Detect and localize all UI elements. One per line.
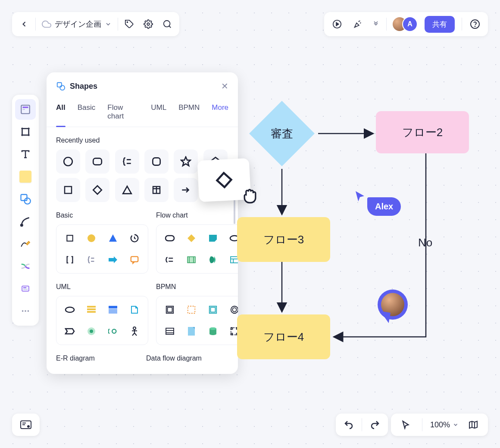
uml-provided[interactable] <box>104 322 122 340</box>
basic-brackets[interactable] <box>61 251 79 269</box>
svg-marker-57 <box>188 234 195 242</box>
flowchart-node-decision[interactable]: 審査 <box>246 97 318 170</box>
tool-shapes[interactable] <box>15 189 36 209</box>
bpmn-task[interactable] <box>161 301 179 319</box>
svg-rect-83 <box>168 308 172 312</box>
flow-data[interactable] <box>182 251 200 269</box>
svg-rect-24 <box>21 195 27 201</box>
basic-brace[interactable] <box>82 251 100 269</box>
more-actions-button[interactable] <box>369 15 383 34</box>
bpmn-pool[interactable] <box>161 322 179 340</box>
collaborator-avatar-pin[interactable] <box>378 289 408 320</box>
flowchart-node-flow2[interactable]: フロー2 <box>376 111 469 153</box>
pointer-mode-button[interactable] <box>397 416 414 433</box>
uml-note[interactable] <box>82 301 100 319</box>
search-button[interactable] <box>158 15 177 34</box>
svg-rect-69 <box>87 308 96 310</box>
tool-sticky-note[interactable] <box>15 166 36 187</box>
zoom-dropdown[interactable]: 100% <box>430 420 459 429</box>
shape-arrow[interactable] <box>174 178 198 202</box>
tab-basic[interactable]: Basic <box>78 99 96 127</box>
node-diamond-label: 審査 <box>271 126 293 141</box>
undo-button[interactable] <box>340 416 357 433</box>
topbar-left: デザイン企画 <box>12 12 179 36</box>
svg-point-100 <box>28 426 29 427</box>
basic-progress[interactable] <box>125 229 144 247</box>
shapes-scrollbar[interactable] <box>234 197 235 224</box>
shape-diamond[interactable] <box>85 178 109 202</box>
flow-list[interactable] <box>161 251 179 269</box>
tool-frame[interactable] <box>15 121 36 142</box>
minimap-toggle[interactable] <box>12 414 40 436</box>
basic-circle-fill[interactable] <box>82 229 100 247</box>
uml-file[interactable] <box>125 301 144 319</box>
flow-lens[interactable] <box>204 251 222 269</box>
svg-point-3 <box>127 22 128 23</box>
svg-rect-55 <box>131 257 138 262</box>
bpmn-end[interactable] <box>225 301 238 319</box>
svg-line-9 <box>359 21 359 22</box>
shape-circle[interactable] <box>56 149 80 174</box>
bpmn-group[interactable] <box>225 322 238 340</box>
celebrate-button[interactable] <box>348 15 367 34</box>
svg-point-67 <box>66 307 74 312</box>
svg-rect-42 <box>65 187 72 193</box>
present-button[interactable] <box>328 15 347 34</box>
shape-triangle[interactable] <box>115 178 139 202</box>
svg-line-6 <box>169 26 171 28</box>
flow-ellipse[interactable] <box>225 229 238 247</box>
tab-all[interactable]: All <box>56 99 66 127</box>
settings-button[interactable] <box>139 15 158 34</box>
uml-tag[interactable] <box>61 322 79 340</box>
bpmn-transaction[interactable] <box>204 301 222 319</box>
basic-speech[interactable] <box>125 251 144 269</box>
back-button[interactable] <box>15 15 34 34</box>
help-button[interactable] <box>466 15 484 34</box>
bpmn-event-dashed[interactable] <box>182 301 200 319</box>
tool-connector[interactable] <box>15 211 36 232</box>
user-avatar-initial[interactable]: A <box>402 16 418 32</box>
tab-bpmn[interactable]: BPMN <box>178 99 200 127</box>
flow-flag[interactable] <box>204 229 222 247</box>
svg-rect-99 <box>21 421 31 429</box>
svg-point-88 <box>232 308 236 311</box>
basic-arrow-fill[interactable] <box>104 251 122 269</box>
tool-template[interactable] <box>15 99 36 120</box>
flowchart-node-flow3[interactable]: フロー3 <box>237 217 330 262</box>
tag-button[interactable] <box>120 15 139 34</box>
bpmn-datastore[interactable] <box>204 322 222 340</box>
flow-terminator[interactable] <box>161 229 179 247</box>
uml-usecase[interactable] <box>61 301 79 319</box>
flowchart-node-flow4[interactable]: フロー4 <box>237 314 330 359</box>
shape-square[interactable] <box>56 178 80 202</box>
shape-rounded-rect[interactable] <box>85 149 109 174</box>
tool-more[interactable] <box>15 301 36 321</box>
zoom-bar: 100% <box>391 414 488 436</box>
uml-actor[interactable] <box>125 322 144 340</box>
flow-layout[interactable] <box>225 251 238 269</box>
tab-more[interactable]: More <box>212 99 228 127</box>
uml-header[interactable] <box>104 301 122 319</box>
tools-sidebar <box>12 95 39 326</box>
shape-star[interactable] <box>174 149 198 174</box>
basic-triangle-fill[interactable] <box>104 229 122 247</box>
bpmn-doc[interactable] <box>182 322 200 340</box>
tool-card[interactable] <box>15 278 36 299</box>
shape-table[interactable] <box>144 178 169 202</box>
basic-square[interactable] <box>61 229 79 247</box>
tab-uml[interactable]: UML <box>151 99 166 127</box>
document-title-dropdown[interactable]: デザイン企画 <box>38 19 116 29</box>
tool-mindmap[interactable] <box>15 256 36 277</box>
uml-target[interactable] <box>82 322 100 340</box>
map-view-button[interactable] <box>465 416 482 433</box>
share-button[interactable]: 共有 <box>425 16 455 33</box>
shape-rounded-square[interactable] <box>144 149 169 174</box>
redo-button[interactable] <box>366 416 384 433</box>
shapes-panel-close[interactable]: ✕ <box>221 81 228 91</box>
tool-pen[interactable] <box>15 233 36 254</box>
svg-point-13 <box>475 26 475 27</box>
tool-text[interactable] <box>15 144 36 165</box>
shape-brace[interactable] <box>115 149 139 174</box>
tab-flowchart[interactable]: Flow chart <box>107 99 139 127</box>
flow-decision[interactable] <box>182 229 200 247</box>
